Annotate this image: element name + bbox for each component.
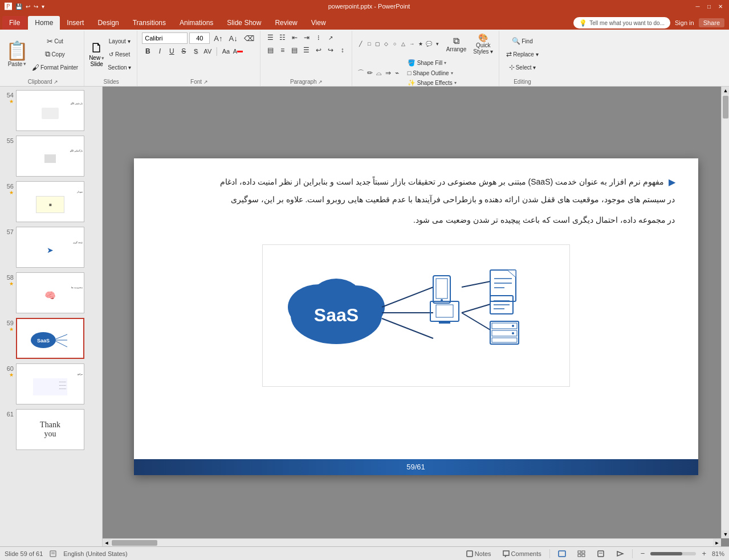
align-center-button[interactable]: ≡	[277, 44, 288, 56]
quick-access-undo[interactable]: ↩	[26, 3, 30, 10]
shape-callout[interactable]: 💬	[425, 40, 433, 47]
indent-increase-button[interactable]: ⇥	[301, 32, 312, 43]
comments-button[interactable]: Comments	[499, 549, 545, 558]
tab-view[interactable]: View	[304, 16, 333, 30]
find-button[interactable]: 🔍 Find	[504, 35, 540, 47]
shadow-button[interactable]: S	[190, 46, 201, 57]
slide-thumb-55[interactable]: 55 ★ بازگشایی الگو	[2, 134, 100, 178]
section-button[interactable]: Section ▾	[105, 61, 133, 73]
numbering-button[interactable]: ☷	[277, 32, 288, 43]
shape-freeform[interactable]: ✏	[366, 70, 374, 76]
text-case-button[interactable]: Aa	[220, 46, 231, 57]
shape-connector[interactable]: ⌁	[393, 70, 401, 76]
font-increase-button[interactable]: A↑	[211, 32, 225, 44]
shape-rounded[interactable]: ▢	[374, 40, 382, 47]
slide-thumb-60[interactable]: 60 ★ مراجع ...........................	[2, 362, 100, 406]
close-button[interactable]: ✕	[716, 2, 724, 10]
scroll-up-button[interactable]: ▲	[722, 87, 729, 95]
bold-button[interactable]: B	[142, 46, 153, 57]
zoom-out-button[interactable]: −	[637, 548, 649, 559]
tab-slideshow[interactable]: Slide Show	[220, 16, 268, 30]
shape-line[interactable]: ╱	[357, 40, 365, 47]
justify-button[interactable]: ☰	[301, 44, 312, 56]
line-spacing-button[interactable]: ↕	[337, 44, 348, 56]
tab-home[interactable]: Home	[28, 16, 60, 30]
quick-access-save[interactable]: 💾	[15, 3, 22, 10]
underline-button[interactable]: U	[166, 46, 177, 57]
font-color-button[interactable]: A	[232, 46, 243, 57]
tab-file[interactable]: File	[2, 16, 27, 30]
share-button[interactable]: Share	[699, 18, 724, 27]
slide-sorter-button[interactable]	[574, 549, 589, 558]
font-name-input[interactable]	[142, 32, 188, 44]
slideshow-view-button[interactable]	[613, 549, 628, 558]
align-left-button[interactable]: ▤	[289, 44, 300, 56]
shape-diamond[interactable]: ◇	[382, 40, 390, 47]
italic-button[interactable]: I	[154, 46, 165, 57]
normal-view-button[interactable]	[555, 549, 569, 558]
tab-insert[interactable]: Insert	[60, 16, 91, 30]
shapes-more[interactable]: ▾	[434, 40, 442, 47]
paste-button[interactable]: 📋 Paste ▾	[6, 42, 28, 67]
indent-decrease-button[interactable]: ⇤	[289, 32, 300, 43]
rtl-button[interactable]: ↩	[313, 44, 324, 56]
strikethrough-button[interactable]: S	[178, 46, 189, 57]
align-right-button[interactable]: ▤	[265, 44, 276, 56]
select-button[interactable]: ⊹ Select ▾	[504, 61, 540, 73]
tab-transitions[interactable]: Transitions	[126, 16, 173, 30]
shape-rect[interactable]: □	[365, 40, 373, 47]
slide-thumb-58[interactable]: 58 ★ محدودیت ها 🧠	[2, 271, 100, 314]
zoom-in-button[interactable]: +	[698, 548, 710, 559]
zoom-slider[interactable]	[650, 552, 696, 555]
copy-button[interactable]: ⧉Copy	[30, 48, 80, 60]
scroll-down-button[interactable]: ▼	[722, 530, 729, 538]
shape-arrow[interactable]: →	[408, 40, 416, 47]
char-spacing-button[interactable]: AV	[202, 46, 213, 57]
shape-curve[interactable]: ⌒	[357, 70, 365, 76]
shape-star[interactable]: ★	[417, 40, 425, 47]
notes-button[interactable]: Notes	[463, 549, 495, 558]
new-slide-button[interactable]: 🗋 New ▾ Slide	[89, 41, 104, 67]
shape-arc[interactable]: ⌓	[375, 70, 383, 76]
shape-outline-button[interactable]: □ Shape Outline ▾	[405, 68, 459, 77]
format-painter-button[interactable]: 🖌Format Painter	[30, 61, 80, 73]
maximize-button[interactable]: □	[705, 2, 713, 10]
font-size-input[interactable]	[189, 32, 210, 44]
tab-design[interactable]: Design	[91, 16, 125, 30]
bullets-button[interactable]: ☰	[265, 32, 276, 43]
columns-button[interactable]: ⫶	[313, 32, 324, 43]
arrange-button[interactable]: ⧉ Arrange	[443, 35, 470, 54]
shape-fill-button[interactable]: 🪣 Shape Fill ▾	[405, 58, 459, 68]
shape-effects-arrow[interactable]: ▾	[454, 80, 457, 85]
minimize-button[interactable]: ─	[694, 2, 702, 10]
sign-in-button[interactable]: Sign in	[675, 19, 694, 26]
font-decrease-button[interactable]: A↓	[226, 32, 239, 44]
tell-me-box[interactable]: 💡 Tell me what you want to do...	[573, 17, 670, 28]
layout-button[interactable]: Layout ▾	[105, 35, 133, 47]
slide-thumb-54[interactable]: 54 ★ بازنشینی الگو	[2, 89, 100, 132]
scroll-right-button[interactable]: ►	[713, 539, 721, 547]
new-slide-arrow[interactable]: ▾	[101, 55, 104, 61]
shape-fill-arrow[interactable]: ▾	[444, 60, 446, 66]
slide-thumb-61[interactable]: 61 ★ Thankyou	[2, 408, 100, 451]
tab-review[interactable]: Review	[268, 16, 304, 30]
slide-thumb-56[interactable]: 56 ★ نمودار ▦	[2, 180, 100, 223]
reading-view-button[interactable]	[593, 549, 608, 558]
slide-thumb-57[interactable]: 57 ★ نتیجه گیری ➤	[2, 226, 100, 269]
shape-outline-arrow[interactable]: ▾	[451, 71, 453, 76]
para-more-button[interactable]: ↗	[325, 32, 336, 43]
slide-thumb-59[interactable]: 59 ★ SaaS	[2, 317, 100, 360]
quick-styles-button[interactable]: 🎨 Quick Styles ▾	[471, 32, 495, 56]
paste-arrow[interactable]: ▾	[23, 61, 26, 67]
reset-button[interactable]: ↺ Reset	[105, 48, 133, 60]
replace-button[interactable]: ⇄ Replace ▾	[504, 48, 540, 60]
scroll-left-button[interactable]: ◄	[103, 539, 111, 547]
ltr-button[interactable]: ↪	[325, 44, 336, 56]
clear-format-button[interactable]: ⌫	[242, 32, 256, 44]
cut-button[interactable]: ✂Cut	[30, 35, 80, 47]
shape-block-arrow[interactable]: ⇒	[384, 70, 392, 76]
shape-triangle[interactable]: △	[400, 40, 408, 47]
quick-access-redo[interactable]: ↪	[34, 3, 38, 10]
tab-animations[interactable]: Animations	[173, 16, 220, 30]
shape-ellipse[interactable]: ○	[391, 40, 399, 47]
